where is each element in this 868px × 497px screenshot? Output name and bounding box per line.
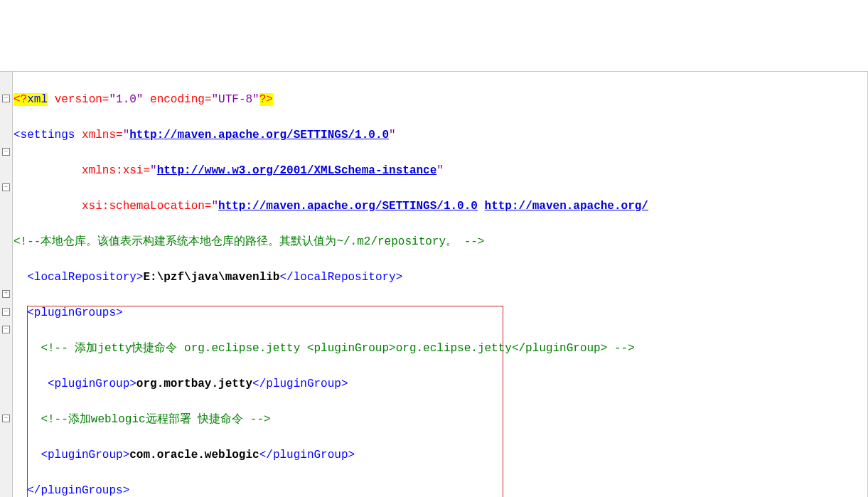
code-line[interactable]: <pluginGroup>com.oracle.weblogic</plugin… bbox=[14, 447, 867, 464]
code-line[interactable]: <?xml version="1.0" encoding="UTF-8"?> bbox=[14, 91, 867, 109]
code-line[interactable]: xmlns:xsi="http://www.w3.org/2001/XMLSch… bbox=[14, 162, 867, 180]
code-line[interactable]: </pluginGroups> bbox=[14, 482, 867, 497]
code-line[interactable]: <!--添加weblogic远程部署 快捷命令 --> bbox=[14, 411, 867, 429]
fold-toggle[interactable]: + bbox=[2, 290, 10, 298]
code-line[interactable]: <settings xmlns="http://maven.apache.org… bbox=[14, 127, 867, 144]
code-line[interactable]: <!-- 添加jetty快捷命令 org.eclipse.jetty <plug… bbox=[14, 340, 867, 358]
code-line[interactable]: xsi:schemaLocation="http://maven.apache.… bbox=[14, 198, 867, 215]
code-line[interactable]: <!--本地仓库。该值表示构建系统本地仓库的路径。其默认值为~/.m2/repo… bbox=[14, 233, 867, 251]
fold-toggle[interactable]: − bbox=[2, 308, 10, 316]
fold-toggle[interactable]: − bbox=[2, 95, 10, 102]
fold-toggle[interactable]: − bbox=[2, 326, 10, 333]
fold-toggle[interactable]: − bbox=[2, 148, 10, 156]
code-line[interactable]: <pluginGroup>org.mortbay.jetty</pluginGr… bbox=[14, 375, 867, 393]
code-line[interactable]: <localRepository>E:\pzf\java\mavenlib</l… bbox=[14, 269, 867, 287]
code-editor[interactable]: − − − + − − − <?xml version="1.0" encodi… bbox=[0, 71, 868, 497]
fold-toggle[interactable]: − bbox=[2, 415, 10, 422]
code-area[interactable]: <?xml version="1.0" encoding="UTF-8"?> <… bbox=[14, 73, 867, 497]
fold-gutter: − − − + − − − bbox=[0, 72, 13, 497]
fold-toggle[interactable]: − bbox=[2, 183, 10, 191]
code-line[interactable]: <pluginGroups> bbox=[14, 304, 867, 322]
